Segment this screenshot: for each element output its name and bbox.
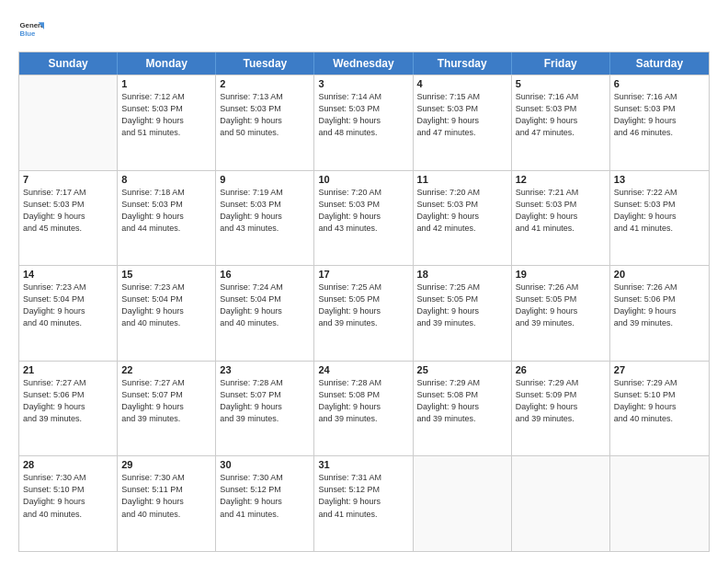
header-day-sunday: Sunday: [19, 52, 118, 75]
day-number: 2: [220, 78, 310, 89]
calendar-cell: 7Sunrise: 7:17 AMSunset: 5:03 PMDaylight…: [19, 171, 118, 266]
header-day-saturday: Saturday: [610, 52, 709, 75]
calendar-cell: 19Sunrise: 7:26 AMSunset: 5:05 PMDayligh…: [512, 266, 610, 361]
cell-info: Sunrise: 7:17 AMSunset: 5:03 PMDaylight:…: [23, 187, 113, 235]
calendar-cell: 30Sunrise: 7:30 AMSunset: 5:12 PMDayligh…: [216, 456, 314, 551]
cell-info: Sunrise: 7:30 AMSunset: 5:10 PMDaylight:…: [23, 472, 113, 520]
svg-text:Blue: Blue: [20, 29, 37, 38]
day-number: 29: [121, 459, 211, 470]
day-number: 8: [121, 174, 211, 185]
cell-info: Sunrise: 7:29 AMSunset: 5:08 PMDaylight:…: [417, 377, 507, 425]
day-number: 16: [220, 269, 310, 280]
cell-info: Sunrise: 7:30 AMSunset: 5:12 PMDaylight:…: [220, 472, 310, 520]
calendar-body: 1Sunrise: 7:12 AMSunset: 5:03 PMDaylight…: [19, 75, 709, 551]
cell-info: Sunrise: 7:31 AMSunset: 5:12 PMDaylight:…: [318, 472, 408, 520]
calendar-cell: [414, 456, 512, 551]
calendar-cell: 11Sunrise: 7:20 AMSunset: 5:03 PMDayligh…: [414, 171, 512, 266]
calendar-cell: 29Sunrise: 7:30 AMSunset: 5:11 PMDayligh…: [118, 456, 216, 551]
day-number: 24: [318, 364, 408, 375]
day-number: 28: [23, 459, 113, 470]
day-number: 17: [318, 269, 408, 280]
cell-info: Sunrise: 7:23 AMSunset: 5:04 PMDaylight:…: [23, 282, 113, 329]
calendar-cell: 25Sunrise: 7:29 AMSunset: 5:08 PMDayligh…: [414, 362, 512, 456]
day-number: 1: [121, 78, 211, 89]
cell-info: Sunrise: 7:23 AMSunset: 5:04 PMDaylight:…: [121, 282, 211, 329]
day-number: 23: [220, 364, 310, 375]
day-number: 25: [417, 364, 507, 375]
day-number: 15: [121, 269, 211, 280]
cell-info: Sunrise: 7:28 AMSunset: 5:07 PMDaylight:…: [220, 377, 310, 425]
cell-info: Sunrise: 7:22 AMSunset: 5:03 PMDaylight:…: [614, 187, 705, 235]
cell-info: Sunrise: 7:30 AMSunset: 5:11 PMDaylight:…: [121, 472, 211, 520]
calendar-cell: [512, 456, 610, 551]
calendar-cell: 21Sunrise: 7:27 AMSunset: 5:06 PMDayligh…: [19, 362, 118, 456]
day-number: 18: [417, 269, 507, 280]
calendar-cell: 28Sunrise: 7:30 AMSunset: 5:10 PMDayligh…: [19, 456, 118, 551]
calendar-cell: 6Sunrise: 7:16 AMSunset: 5:03 PMDaylight…: [610, 75, 709, 170]
calendar-cell: 26Sunrise: 7:29 AMSunset: 5:09 PMDayligh…: [512, 362, 610, 456]
calendar-row-1: 1Sunrise: 7:12 AMSunset: 5:03 PMDaylight…: [19, 75, 709, 170]
cell-info: Sunrise: 7:15 AMSunset: 5:03 PMDaylight:…: [417, 91, 507, 139]
calendar-cell: 27Sunrise: 7:29 AMSunset: 5:10 PMDayligh…: [610, 362, 709, 456]
calendar-cell: 10Sunrise: 7:20 AMSunset: 5:03 PMDayligh…: [314, 171, 413, 266]
cell-info: Sunrise: 7:27 AMSunset: 5:06 PMDaylight:…: [23, 377, 113, 425]
calendar-cell: 15Sunrise: 7:23 AMSunset: 5:04 PMDayligh…: [118, 266, 216, 361]
day-number: 11: [417, 174, 507, 185]
page: General Blue SundayMondayTuesdayWednesda…: [0, 0, 728, 563]
day-number: 20: [614, 269, 705, 280]
header-day-thursday: Thursday: [414, 52, 512, 75]
day-number: 5: [516, 78, 606, 89]
header-day-monday: Monday: [118, 52, 216, 75]
cell-info: Sunrise: 7:12 AMSunset: 5:03 PMDaylight:…: [121, 91, 211, 139]
cell-info: Sunrise: 7:19 AMSunset: 5:03 PMDaylight:…: [220, 187, 310, 235]
day-number: 22: [121, 364, 211, 375]
day-number: 27: [614, 364, 705, 375]
calendar-cell: 1Sunrise: 7:12 AMSunset: 5:03 PMDaylight…: [118, 75, 216, 170]
day-number: 21: [23, 364, 113, 375]
cell-info: Sunrise: 7:29 AMSunset: 5:10 PMDaylight:…: [614, 377, 705, 425]
calendar-cell: 9Sunrise: 7:19 AMSunset: 5:03 PMDaylight…: [216, 171, 314, 266]
cell-info: Sunrise: 7:29 AMSunset: 5:09 PMDaylight:…: [516, 377, 606, 425]
calendar-cell: 20Sunrise: 7:26 AMSunset: 5:06 PMDayligh…: [610, 266, 709, 361]
header-day-friday: Friday: [512, 52, 610, 75]
day-number: 9: [220, 174, 310, 185]
calendar-row-2: 7Sunrise: 7:17 AMSunset: 5:03 PMDaylight…: [19, 170, 709, 266]
calendar-cell: 31Sunrise: 7:31 AMSunset: 5:12 PMDayligh…: [314, 456, 413, 551]
day-number: 7: [23, 174, 113, 185]
calendar-header: SundayMondayTuesdayWednesdayThursdayFrid…: [19, 52, 709, 75]
cell-info: Sunrise: 7:20 AMSunset: 5:03 PMDaylight:…: [417, 187, 507, 235]
calendar-cell: [610, 456, 709, 551]
calendar-cell: 13Sunrise: 7:22 AMSunset: 5:03 PMDayligh…: [610, 171, 709, 266]
cell-info: Sunrise: 7:25 AMSunset: 5:05 PMDaylight:…: [417, 282, 507, 329]
day-number: 3: [318, 78, 408, 89]
calendar-row-5: 28Sunrise: 7:30 AMSunset: 5:10 PMDayligh…: [19, 455, 709, 551]
day-number: 14: [23, 269, 113, 280]
calendar-cell: 22Sunrise: 7:27 AMSunset: 5:07 PMDayligh…: [118, 362, 216, 456]
header-day-tuesday: Tuesday: [216, 52, 314, 75]
calendar-cell: [19, 75, 118, 170]
day-number: 19: [516, 269, 606, 280]
calendar-cell: 12Sunrise: 7:21 AMSunset: 5:03 PMDayligh…: [512, 171, 610, 266]
cell-info: Sunrise: 7:14 AMSunset: 5:03 PMDaylight:…: [318, 91, 408, 139]
calendar-cell: 23Sunrise: 7:28 AMSunset: 5:07 PMDayligh…: [216, 362, 314, 456]
cell-info: Sunrise: 7:16 AMSunset: 5:03 PMDaylight:…: [516, 91, 606, 139]
cell-info: Sunrise: 7:28 AMSunset: 5:08 PMDaylight:…: [318, 377, 408, 425]
calendar-cell: 14Sunrise: 7:23 AMSunset: 5:04 PMDayligh…: [19, 266, 118, 361]
day-number: 26: [516, 364, 606, 375]
day-number: 13: [614, 174, 705, 185]
calendar-cell: 4Sunrise: 7:15 AMSunset: 5:03 PMDaylight…: [414, 75, 512, 170]
calendar-row-3: 14Sunrise: 7:23 AMSunset: 5:04 PMDayligh…: [19, 265, 709, 361]
cell-info: Sunrise: 7:24 AMSunset: 5:04 PMDaylight:…: [220, 282, 310, 329]
day-number: 12: [516, 174, 606, 185]
logo-icon: General Blue: [18, 17, 44, 42]
cell-info: Sunrise: 7:26 AMSunset: 5:06 PMDaylight:…: [614, 282, 705, 329]
header-day-wednesday: Wednesday: [314, 52, 413, 75]
calendar: SundayMondayTuesdayWednesdayThursdayFrid…: [18, 52, 710, 552]
day-number: 10: [318, 174, 408, 185]
logo: General Blue: [18, 17, 44, 42]
calendar-cell: 2Sunrise: 7:13 AMSunset: 5:03 PMDaylight…: [216, 75, 314, 170]
calendar-cell: 5Sunrise: 7:16 AMSunset: 5:03 PMDaylight…: [512, 75, 610, 170]
cell-info: Sunrise: 7:16 AMSunset: 5:03 PMDaylight:…: [614, 91, 705, 139]
cell-info: Sunrise: 7:25 AMSunset: 5:05 PMDaylight:…: [318, 282, 408, 329]
day-number: 30: [220, 459, 310, 470]
